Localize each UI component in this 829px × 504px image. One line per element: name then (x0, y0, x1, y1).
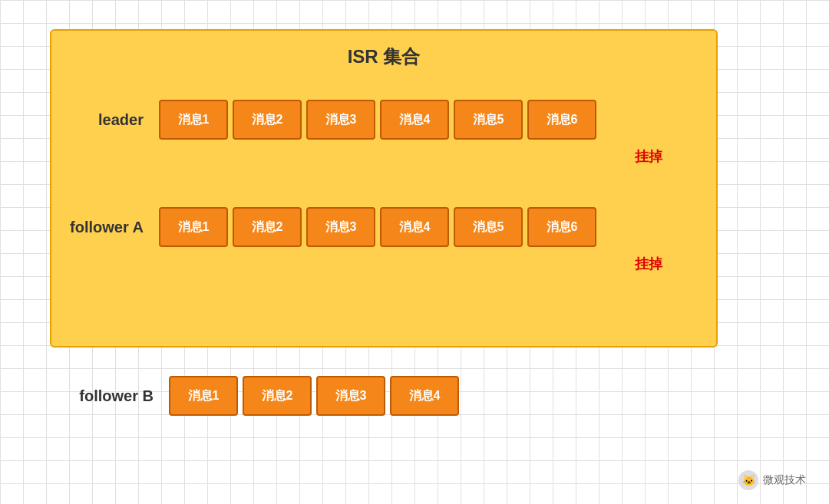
watermark-icon: 🐱 (738, 470, 758, 490)
follower-b-msg-4: 消息4 (390, 376, 459, 416)
follower-b-msg-1: 消息1 (169, 376, 238, 416)
leader-label: leader (59, 111, 159, 129)
leader-msg-6: 消息6 (527, 100, 596, 140)
follower-a-msg-5: 消息5 (454, 207, 523, 247)
follower-a-row: follower A 消息1 消息2 消息3 消息4 消息5 消息6 (59, 207, 596, 247)
follower-b-messages: 消息1 消息2 消息3 消息4 (169, 376, 459, 416)
follower-a-messages: 消息1 消息2 消息3 消息4 消息5 消息6 (159, 207, 596, 247)
follower-a-msg-4: 消息4 (380, 207, 449, 247)
follower-a-msg-3: 消息3 (306, 207, 375, 247)
leader-msg-4: 消息4 (380, 100, 449, 140)
leader-msg-1: 消息1 (159, 100, 228, 140)
follower-b-msg-3: 消息3 (316, 376, 385, 416)
watermark: 🐱 微观技术 (738, 470, 806, 490)
follower-a-crash-label: 挂掉 (635, 255, 662, 273)
follower-a-label: follower A (59, 219, 159, 236)
follower-b-msg-2: 消息2 (243, 376, 312, 416)
main-content: ISR 集合 leader 消息1 消息2 消息3 消息4 消息5 消息6 挂掉… (0, 0, 829, 504)
follower-a-msg-2: 消息2 (233, 207, 302, 247)
isr-title: ISR 集合 (51, 31, 716, 77)
follower-a-msg-1: 消息1 (159, 207, 228, 247)
watermark-text: 微观技术 (763, 473, 806, 487)
follower-a-msg-6: 消息6 (527, 207, 596, 247)
leader-msg-5: 消息5 (454, 100, 523, 140)
leader-messages: 消息1 消息2 消息3 消息4 消息5 消息6 (159, 100, 596, 140)
leader-msg-3: 消息3 (306, 100, 375, 140)
follower-b-row: follower B 消息1 消息2 消息3 消息4 (50, 376, 459, 416)
isr-container: ISR 集合 leader 消息1 消息2 消息3 消息4 消息5 消息6 挂掉… (50, 29, 718, 348)
leader-msg-2: 消息2 (233, 100, 302, 140)
leader-crash-label: 挂掉 (635, 147, 662, 166)
follower-b-label: follower B (50, 387, 169, 405)
leader-row: leader 消息1 消息2 消息3 消息4 消息5 消息6 (59, 100, 596, 140)
